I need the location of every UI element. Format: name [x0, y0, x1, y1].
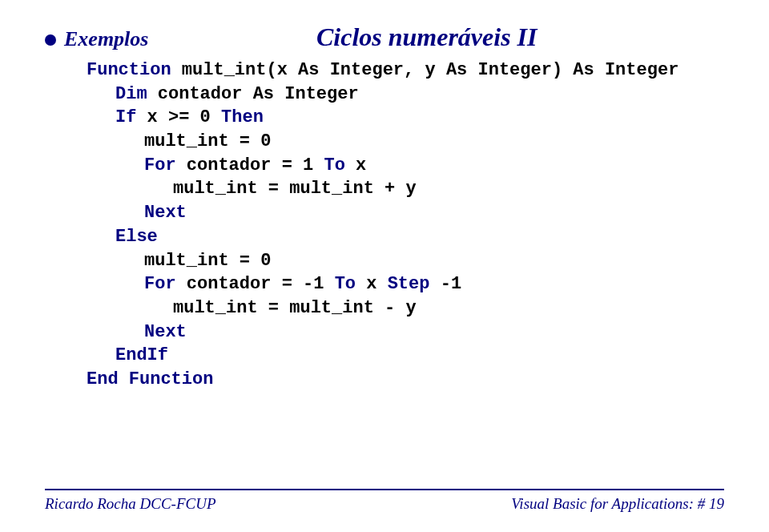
code-text: x: [356, 274, 388, 294]
code-line: mult_int = 0: [87, 249, 724, 273]
keyword: Step: [388, 274, 430, 294]
keyword: Else: [115, 227, 158, 247]
code-line: Dim contador As Integer: [87, 83, 724, 107]
code-line: mult_int = 0: [87, 130, 724, 154]
keyword: Next: [144, 203, 187, 223]
code-line: If x >= 0 Then: [87, 106, 724, 130]
code-text: mult_int = 0: [144, 251, 271, 271]
code-line: For contador = 1 To x: [87, 154, 724, 178]
keyword: End Function: [87, 369, 213, 389]
keyword: Function: [87, 60, 171, 80]
code-text: mult_int = mult_int + y: [173, 179, 417, 199]
code-line: Function mult_int(x As Integer, y As Int…: [87, 58, 724, 83]
code-line: For contador = -1 To x Step -1: [87, 272, 724, 296]
slide-title: Ciclos numeráveis II: [129, 22, 724, 52]
code-text: x >= 0: [136, 107, 221, 127]
code-line: mult_int = mult_int + y: [87, 177, 724, 201]
keyword: For: [144, 274, 176, 294]
code-text: contador As Integer: [147, 84, 359, 104]
code-block: Function mult_int(x As Integer, y As Int…: [87, 58, 724, 392]
code-line: EndIf: [87, 344, 724, 368]
keyword: Then: [221, 107, 264, 127]
bullet-icon: [45, 34, 56, 46]
code-line: Else: [87, 225, 724, 249]
code-text: contador = 1: [176, 155, 324, 175]
keyword: For: [144, 155, 176, 175]
slide-page: Exemplos Ciclos numeráveis II Function m…: [0, 0, 769, 532]
keyword: Next: [144, 322, 187, 342]
code-line: End Function: [87, 368, 724, 392]
footer-left: Ricardo Rocha DCC-FCUP: [45, 495, 216, 513]
code-line: Next: [87, 320, 724, 345]
code-text: -1: [429, 274, 461, 294]
code-text: mult_int = 0: [144, 131, 271, 151]
header-row: Exemplos Ciclos numeráveis II: [45, 22, 724, 52]
keyword: To: [335, 274, 356, 294]
keyword: To: [324, 155, 344, 175]
keyword: EndIf: [115, 345, 168, 365]
code-text: x: [345, 155, 366, 175]
keyword: If: [115, 107, 136, 127]
code-line: mult_int = mult_int - y: [87, 296, 724, 320]
code-text: contador = -1: [176, 274, 335, 294]
footer-right: Visual Basic for Applications: # 19: [511, 495, 724, 513]
code-line: Next: [87, 201, 724, 225]
code-text: mult_int(x As Integer, y As Integer) As …: [171, 60, 679, 80]
code-text: mult_int = mult_int - y: [173, 298, 417, 318]
keyword: Dim: [115, 84, 147, 104]
footer: Ricardo Rocha DCC-FCUP Visual Basic for …: [45, 489, 724, 513]
